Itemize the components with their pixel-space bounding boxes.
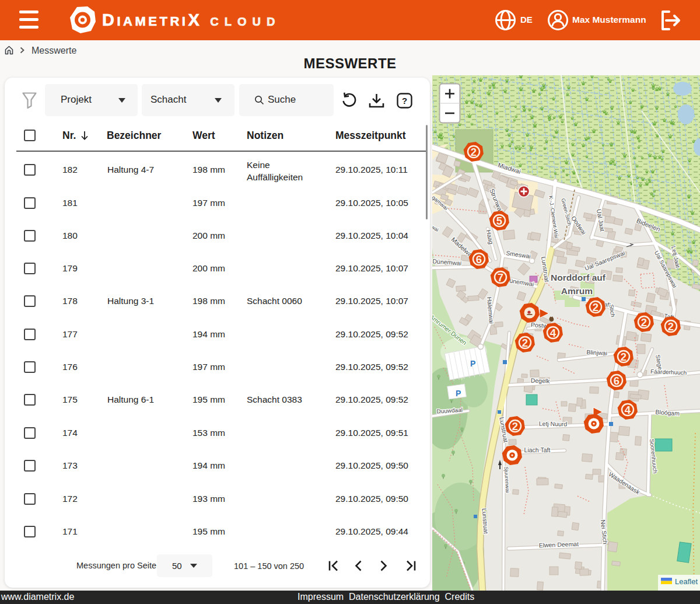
svg-text:P: P <box>456 389 461 398</box>
svg-text:Leaflet: Leaflet <box>675 577 698 586</box>
svg-text:Liach Taft: Liach Taft <box>524 446 551 453</box>
svg-text:2: 2 <box>512 420 518 432</box>
svg-text:P: P <box>470 359 475 368</box>
svg-text:2: 2 <box>522 337 528 349</box>
svg-text:Letj Nuurd: Letj Nuurd <box>539 420 568 428</box>
svg-text:Degelk: Degelk <box>531 376 551 384</box>
svg-text:Fáarderhuuch: Fáarderhuuch <box>650 368 687 376</box>
svg-text:4: 4 <box>625 404 631 416</box>
svg-text:6: 6 <box>476 253 482 266</box>
svg-text:2: 2 <box>668 320 674 333</box>
svg-text:Blinjwai: Blinjwai <box>586 348 607 357</box>
svg-text:6: 6 <box>614 375 620 387</box>
svg-text:?: ? <box>402 96 407 106</box>
svg-text:4: 4 <box>550 327 556 339</box>
svg-text:5: 5 <box>496 215 502 227</box>
svg-text:Norddorf auf: Norddorf auf <box>551 273 606 282</box>
svg-text:2: 2 <box>641 316 647 329</box>
svg-text:Amrum: Amrum <box>561 286 593 296</box>
svg-text:7: 7 <box>498 271 503 284</box>
svg-text:Elwen Deemat: Elwen Deemat <box>539 540 579 549</box>
svg-text:2: 2 <box>593 301 598 313</box>
svg-text:2: 2 <box>621 351 626 363</box>
svg-text:2: 2 <box>471 146 477 158</box>
